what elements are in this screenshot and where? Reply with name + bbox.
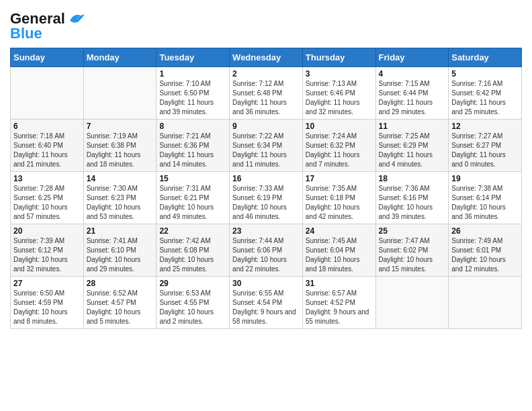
day-number: 24 — [306, 226, 373, 236]
calendar-week-row: 13Sunrise: 7:28 AMSunset: 6:25 PMDayligh… — [11, 172, 522, 224]
day-number: 11 — [379, 122, 446, 131]
logo-blue: Blue — [10, 25, 42, 42]
day-detail: Sunrise: 7:16 AMSunset: 6:42 PMDaylight:… — [451, 79, 519, 117]
calendar-cell: 8Sunrise: 7:21 AMSunset: 6:36 PMDaylight… — [157, 120, 230, 172]
calendar-cell: 10Sunrise: 7:24 AMSunset: 6:32 PMDayligh… — [302, 120, 375, 172]
day-detail: Sunrise: 7:24 AMSunset: 6:32 PMDaylight:… — [306, 132, 373, 169]
day-detail: Sunrise: 7:13 AMSunset: 6:46 PMDaylight:… — [306, 79, 373, 117]
day-detail: Sunrise: 7:31 AMSunset: 6:21 PMDaylight:… — [159, 184, 226, 222]
page: General Blue SundayMondayTuesdayWednesda… — [0, 0, 532, 411]
calendar-cell — [375, 277, 449, 329]
day-number: 22 — [159, 226, 226, 236]
day-number: 12 — [451, 122, 519, 131]
calendar-cell: 14Sunrise: 7:30 AMSunset: 6:23 PMDayligh… — [83, 172, 157, 224]
day-number: 14 — [87, 174, 154, 183]
calendar-cell: 24Sunrise: 7:45 AMSunset: 6:04 PMDayligh… — [302, 224, 375, 277]
calendar-cell: 13Sunrise: 7:28 AMSunset: 6:25 PMDayligh… — [11, 172, 84, 224]
calendar-cell: 26Sunrise: 7:49 AMSunset: 6:01 PMDayligh… — [449, 224, 522, 277]
day-detail: Sunrise: 7:47 AMSunset: 6:02 PMDaylight:… — [379, 236, 446, 274]
calendar-cell: 2Sunrise: 7:12 AMSunset: 6:48 PMDaylight… — [230, 67, 303, 120]
day-detail: Sunrise: 7:19 AMSunset: 6:38 PMDaylight:… — [87, 132, 154, 169]
day-detail: Sunrise: 7:44 AMSunset: 6:06 PMDaylight:… — [232, 236, 300, 274]
day-detail: Sunrise: 6:52 AMSunset: 4:57 PMDaylight:… — [87, 289, 154, 326]
day-number: 17 — [306, 174, 373, 183]
calendar-cell: 15Sunrise: 7:31 AMSunset: 6:21 PMDayligh… — [157, 172, 230, 224]
weekday-header-friday: Friday — [375, 48, 449, 67]
day-detail: Sunrise: 7:30 AMSunset: 6:23 PMDaylight:… — [87, 184, 154, 222]
calendar-cell: 12Sunrise: 7:27 AMSunset: 6:27 PMDayligh… — [449, 120, 522, 172]
day-number: 15 — [159, 174, 226, 183]
day-number: 13 — [13, 174, 81, 183]
day-detail: Sunrise: 7:22 AMSunset: 6:34 PMDaylight:… — [232, 132, 300, 169]
calendar-cell: 3Sunrise: 7:13 AMSunset: 6:46 PMDaylight… — [302, 67, 375, 120]
calendar-week-row: 20Sunrise: 7:39 AMSunset: 6:12 PMDayligh… — [11, 224, 522, 277]
calendar-cell: 28Sunrise: 6:52 AMSunset: 4:57 PMDayligh… — [83, 277, 157, 329]
day-detail: Sunrise: 7:12 AMSunset: 6:48 PMDaylight:… — [232, 79, 300, 117]
day-detail: Sunrise: 6:53 AMSunset: 4:55 PMDaylight:… — [159, 289, 226, 326]
day-number: 23 — [232, 226, 300, 236]
calendar-cell: 19Sunrise: 7:38 AMSunset: 6:14 PMDayligh… — [449, 172, 522, 224]
calendar-cell: 1Sunrise: 7:10 AMSunset: 6:50 PMDaylight… — [157, 67, 230, 120]
calendar-cell: 9Sunrise: 7:22 AMSunset: 6:34 PMDaylight… — [230, 120, 303, 172]
calendar-cell: 6Sunrise: 7:18 AMSunset: 6:40 PMDaylight… — [11, 120, 84, 172]
day-number: 10 — [306, 122, 373, 131]
day-number: 28 — [87, 279, 154, 288]
day-detail: Sunrise: 7:27 AMSunset: 6:27 PMDaylight:… — [451, 132, 519, 169]
day-number: 26 — [451, 226, 519, 236]
day-number: 19 — [451, 174, 519, 183]
calendar-cell: 21Sunrise: 7:41 AMSunset: 6:10 PMDayligh… — [83, 224, 157, 277]
day-number: 29 — [159, 279, 226, 288]
day-detail: Sunrise: 7:39 AMSunset: 6:12 PMDaylight:… — [13, 236, 81, 274]
logo-bird-icon — [67, 11, 86, 26]
weekday-header-wednesday: Wednesday — [230, 48, 303, 67]
header: General Blue — [10, 7, 522, 42]
calendar-table: SundayMondayTuesdayWednesdayThursdayFrid… — [10, 48, 522, 329]
day-number: 1 — [159, 69, 226, 79]
day-number: 7 — [87, 122, 154, 131]
day-number: 6 — [13, 122, 81, 131]
day-number: 2 — [232, 69, 300, 79]
day-detail: Sunrise: 7:38 AMSunset: 6:14 PMDaylight:… — [451, 184, 519, 222]
day-detail: Sunrise: 6:57 AMSunset: 4:52 PMDaylight:… — [306, 289, 373, 326]
calendar-cell: 16Sunrise: 7:33 AMSunset: 6:19 PMDayligh… — [230, 172, 303, 224]
day-detail: Sunrise: 7:35 AMSunset: 6:18 PMDaylight:… — [306, 184, 373, 222]
day-detail: Sunrise: 7:49 AMSunset: 6:01 PMDaylight:… — [451, 236, 519, 274]
day-detail: Sunrise: 7:41 AMSunset: 6:10 PMDaylight:… — [87, 236, 154, 274]
day-number: 31 — [306, 279, 373, 288]
weekday-header-monday: Monday — [83, 48, 157, 67]
logo: General Blue — [10, 7, 86, 42]
calendar-cell: 27Sunrise: 6:50 AMSunset: 4:59 PMDayligh… — [11, 277, 84, 329]
calendar-cell — [83, 67, 157, 120]
calendar-cell: 23Sunrise: 7:44 AMSunset: 6:06 PMDayligh… — [230, 224, 303, 277]
day-number: 4 — [379, 69, 446, 79]
calendar-cell: 5Sunrise: 7:16 AMSunset: 6:42 PMDaylight… — [449, 67, 522, 120]
weekday-header-thursday: Thursday — [302, 48, 375, 67]
weekday-header-saturday: Saturday — [449, 48, 522, 67]
calendar-header-row: SundayMondayTuesdayWednesdayThursdayFrid… — [11, 48, 522, 67]
day-detail: Sunrise: 7:21 AMSunset: 6:36 PMDaylight:… — [159, 132, 226, 169]
day-detail: Sunrise: 7:10 AMSunset: 6:50 PMDaylight:… — [159, 79, 226, 117]
calendar-cell: 30Sunrise: 6:55 AMSunset: 4:54 PMDayligh… — [230, 277, 303, 329]
calendar-cell — [11, 67, 84, 120]
calendar-week-row: 6Sunrise: 7:18 AMSunset: 6:40 PMDaylight… — [11, 120, 522, 172]
calendar-cell: 20Sunrise: 7:39 AMSunset: 6:12 PMDayligh… — [11, 224, 84, 277]
calendar-cell: 29Sunrise: 6:53 AMSunset: 4:55 PMDayligh… — [157, 277, 230, 329]
day-detail: Sunrise: 7:25 AMSunset: 6:29 PMDaylight:… — [379, 132, 446, 169]
day-detail: Sunrise: 7:33 AMSunset: 6:19 PMDaylight:… — [232, 184, 300, 222]
day-number: 30 — [232, 279, 300, 288]
calendar-week-row: 1Sunrise: 7:10 AMSunset: 6:50 PMDaylight… — [11, 67, 522, 120]
day-detail: Sunrise: 7:18 AMSunset: 6:40 PMDaylight:… — [13, 132, 81, 169]
calendar-cell: 22Sunrise: 7:42 AMSunset: 6:08 PMDayligh… — [157, 224, 230, 277]
day-detail: Sunrise: 7:45 AMSunset: 6:04 PMDaylight:… — [306, 236, 373, 274]
calendar-cell: 4Sunrise: 7:15 AMSunset: 6:44 PMDaylight… — [375, 67, 449, 120]
day-detail: Sunrise: 7:28 AMSunset: 6:25 PMDaylight:… — [13, 184, 81, 222]
weekday-header-tuesday: Tuesday — [157, 48, 230, 67]
calendar-cell: 25Sunrise: 7:47 AMSunset: 6:02 PMDayligh… — [375, 224, 449, 277]
day-number: 3 — [306, 69, 373, 79]
day-detail: Sunrise: 6:55 AMSunset: 4:54 PMDaylight:… — [232, 289, 300, 326]
day-detail: Sunrise: 7:15 AMSunset: 6:44 PMDaylight:… — [379, 79, 446, 117]
day-number: 8 — [159, 122, 226, 131]
day-number: 21 — [87, 226, 154, 236]
day-number: 16 — [232, 174, 300, 183]
day-number: 20 — [13, 226, 81, 236]
